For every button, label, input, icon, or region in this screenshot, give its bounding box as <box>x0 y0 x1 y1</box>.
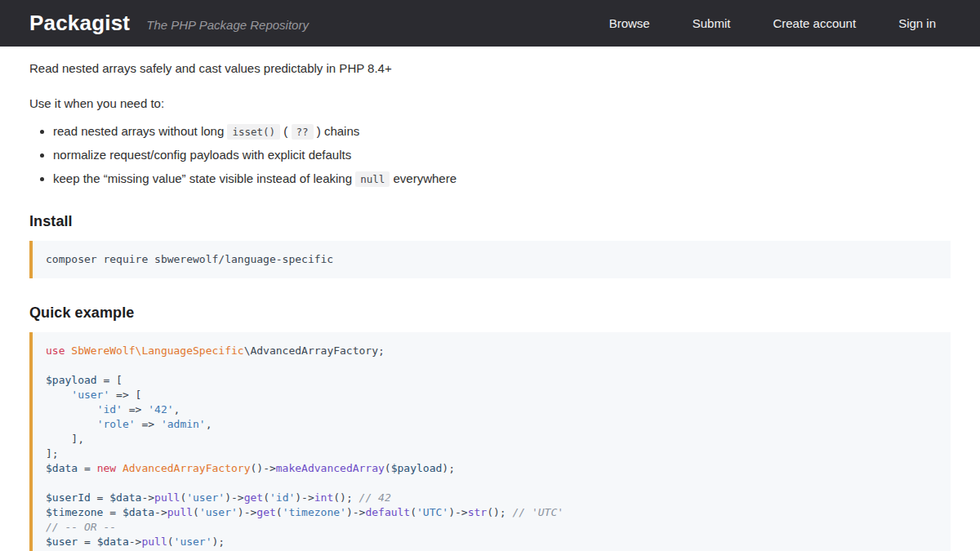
nav-link-browse[interactable]: Browse <box>609 16 650 30</box>
list-item: normalize request/config payloads with e… <box>53 147 951 163</box>
quick-example-heading: Quick example <box>29 304 951 322</box>
inline-code: isset() <box>227 124 280 140</box>
code-line: $payload = [ <box>46 373 938 388</box>
list-item: read nested arrays without long isset() … <box>53 123 951 140</box>
install-command: composer require sbwerewolf/language-spe… <box>46 253 333 265</box>
install-heading: Install <box>29 213 951 230</box>
use-cases-list: read nested arrays without long isset() … <box>53 123 951 188</box>
nav-link-submit[interactable]: Submit <box>693 16 731 30</box>
code-line <box>46 358 938 373</box>
site-tagline: The PHP Package Repository <box>146 18 309 32</box>
install-code-block: composer require sbwerewolf/language-spe… <box>29 241 951 278</box>
nav-link-sign-in[interactable]: Sign in <box>898 16 936 30</box>
code-line: $data = new AdvancedArrayFactory()->make… <box>46 461 938 476</box>
intro-paragraph: Read nested arrays safely and cast value… <box>29 60 951 78</box>
code-line: $userId = $data->pull('user')->get('id')… <box>46 491 938 505</box>
inline-code: null <box>355 171 390 187</box>
packagist-logo[interactable]: Packagist <box>29 11 130 36</box>
use-cases-intro: Use it when you need to: <box>29 95 951 113</box>
code-line: $user = $data->pull('user'); <box>46 535 938 549</box>
code-line: 'role' => 'admin', <box>46 417 938 432</box>
code-line: $timezone = $data->pull('user')->get('ti… <box>46 505 938 520</box>
code-line: 'user' => [ <box>46 388 938 402</box>
code-line: ], <box>46 432 938 447</box>
main-nav: BrowseSubmitCreate accountSign in <box>609 16 936 30</box>
code-line: use SbWereWolf\LanguageSpecific\Advanced… <box>46 344 938 358</box>
readme-content: Read nested arrays safely and cast value… <box>0 47 980 551</box>
code-line: // -- OR -- <box>46 520 938 535</box>
example-code-block: use SbWereWolf\LanguageSpecific\Advanced… <box>29 332 951 551</box>
list-item: keep the “missing value” state visible i… <box>53 171 951 187</box>
code-line: ]; <box>46 447 938 461</box>
nav-link-create-account[interactable]: Create account <box>773 16 856 30</box>
inline-code: ?? <box>292 124 314 140</box>
code-line <box>46 476 938 491</box>
code-line: 'id' => '42', <box>46 402 938 417</box>
site-header: Packagist The PHP Package Repository Bro… <box>0 0 980 47</box>
